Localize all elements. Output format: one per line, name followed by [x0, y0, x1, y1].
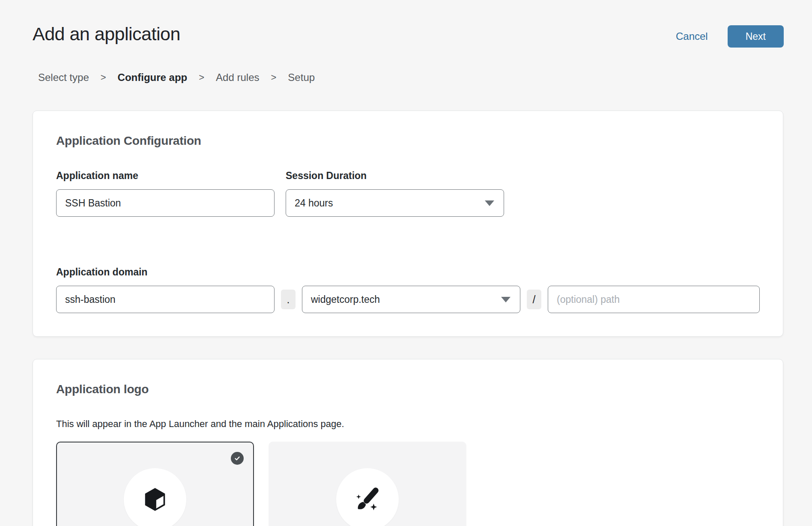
- breadcrumb-step-select-type[interactable]: Select type: [38, 72, 89, 84]
- breadcrumb-separator: >: [101, 72, 106, 83]
- domain-select[interactable]: widgetcorp.tech: [302, 286, 520, 313]
- selected-badge: [231, 452, 244, 465]
- add-application-page: Add an application Cancel Next Select ty…: [0, 0, 812, 526]
- configuration-heading: Application Configuration: [56, 134, 760, 148]
- application-configuration-card: Application Configuration Application na…: [33, 111, 783, 337]
- caret-down-icon: [501, 297, 510, 302]
- cube-icon: [142, 486, 168, 513]
- path-input[interactable]: [548, 286, 760, 313]
- slash-separator: /: [527, 290, 541, 309]
- session-duration-label: Session Duration: [286, 170, 504, 182]
- application-domain-label: Application domain: [56, 266, 760, 278]
- breadcrumb-separator: >: [199, 72, 204, 83]
- application-domain-field-group: Application domain . widgetcorp.tech /: [56, 266, 760, 313]
- breadcrumb-step-add-rules[interactable]: Add rules: [216, 72, 259, 84]
- session-duration-field-group: Session Duration 24 hours: [286, 170, 504, 217]
- paintbrush-sparkle-icon: [354, 486, 381, 513]
- wizard-breadcrumb: Select type > Configure app > Add rules …: [38, 72, 784, 84]
- application-logo-card: Application logo This will appear in the…: [33, 359, 783, 526]
- page-title: Add an application: [33, 24, 180, 45]
- session-duration-select[interactable]: 24 hours: [286, 189, 504, 217]
- session-duration-value: 24 hours: [295, 197, 333, 209]
- logo-option-custom[interactable]: [269, 442, 466, 526]
- next-button[interactable]: Next: [728, 25, 784, 48]
- logo-description: This will appear in the App Launcher and…: [56, 418, 760, 430]
- check-icon: [234, 455, 241, 462]
- dot-separator: .: [281, 290, 296, 309]
- custom-logo-circle: [336, 468, 399, 526]
- logo-option-tiles: [56, 442, 760, 526]
- caret-down-icon: [485, 200, 494, 206]
- domain-select-value: widgetcorp.tech: [311, 294, 380, 305]
- header-actions: Cancel Next: [676, 25, 784, 48]
- application-name-input[interactable]: [56, 189, 275, 217]
- logo-option-default[interactable]: [56, 442, 254, 526]
- subdomain-input[interactable]: [56, 286, 275, 313]
- breadcrumb-step-configure-app[interactable]: Configure app: [118, 72, 188, 84]
- application-domain-row: . widgetcorp.tech /: [56, 286, 760, 313]
- default-logo-circle: [124, 468, 186, 526]
- name-session-row: Application name Session Duration 24 hou…: [56, 170, 760, 217]
- application-name-label: Application name: [56, 170, 275, 182]
- application-name-field-group: Application name: [56, 170, 275, 217]
- logo-heading: Application logo: [56, 383, 760, 396]
- cancel-button[interactable]: Cancel: [676, 30, 708, 42]
- page-header: Add an application Cancel Next: [33, 24, 784, 48]
- breadcrumb-separator: >: [271, 72, 277, 83]
- breadcrumb-step-setup[interactable]: Setup: [288, 72, 315, 84]
